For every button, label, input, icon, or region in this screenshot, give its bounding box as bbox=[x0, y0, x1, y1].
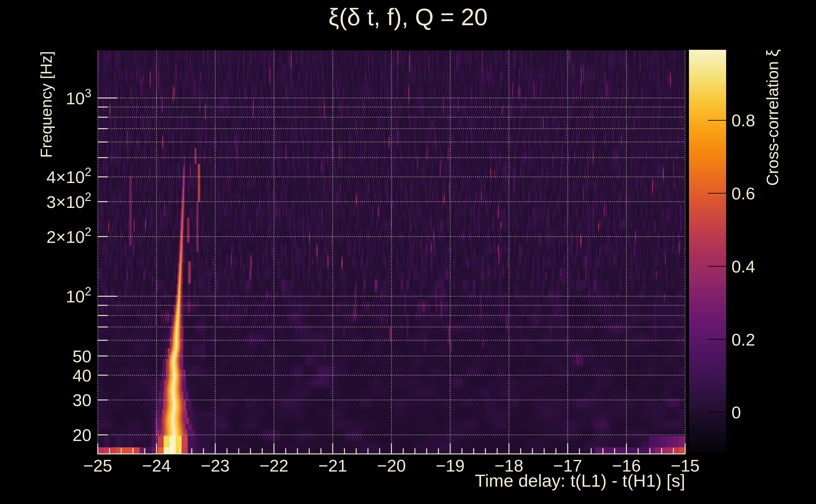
svg-text:−21: −21 bbox=[318, 456, 347, 475]
svg-text:−23: −23 bbox=[201, 456, 230, 475]
svg-text:−16: −16 bbox=[612, 456, 641, 475]
svg-text:102: 102 bbox=[66, 285, 91, 306]
svg-text:2×102: 2×102 bbox=[46, 225, 91, 246]
svg-text:3×102: 3×102 bbox=[46, 190, 91, 211]
svg-text:−24: −24 bbox=[142, 456, 171, 475]
svg-text:0.8: 0.8 bbox=[732, 111, 755, 130]
svg-text:50: 50 bbox=[72, 347, 91, 366]
svg-text:−19: −19 bbox=[436, 456, 465, 475]
svg-text:0: 0 bbox=[732, 403, 741, 422]
svg-text:4×102: 4×102 bbox=[46, 165, 91, 186]
svg-text:−25: −25 bbox=[83, 456, 112, 475]
svg-text:0.6: 0.6 bbox=[732, 184, 755, 203]
svg-text:103: 103 bbox=[66, 87, 91, 108]
svg-text:20: 20 bbox=[72, 426, 91, 444]
svg-text:−20: −20 bbox=[377, 456, 406, 475]
svg-text:−15: −15 bbox=[671, 456, 700, 475]
svg-text:0.4: 0.4 bbox=[732, 257, 755, 276]
svg-text:ξ(δ t, f), Q = 20: ξ(δ t, f), Q = 20 bbox=[328, 3, 487, 30]
svg-text:Frequency [Hz]: Frequency [Hz] bbox=[37, 51, 55, 158]
svg-text:0.2: 0.2 bbox=[732, 330, 755, 349]
svg-text:−22: −22 bbox=[260, 456, 289, 475]
svg-text:−17: −17 bbox=[553, 456, 582, 475]
svg-text:−18: −18 bbox=[494, 456, 523, 475]
svg-text:Cross-correlation ξ: Cross-correlation ξ bbox=[763, 49, 782, 186]
svg-text:40: 40 bbox=[72, 366, 91, 385]
svg-text:30: 30 bbox=[72, 391, 91, 409]
